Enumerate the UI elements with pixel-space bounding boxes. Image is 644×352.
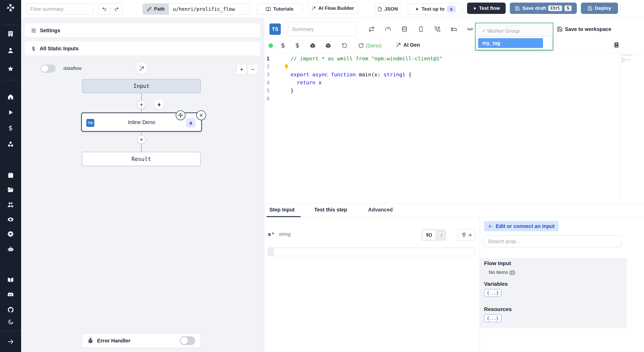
tab-test-this-step[interactable]: Test this step	[314, 207, 347, 213]
cache-icon[interactable]	[401, 26, 408, 33]
test-flow-label: Test flow	[479, 5, 500, 11]
sleep-icon[interactable]	[451, 26, 457, 33]
reload-icon[interactable]	[358, 43, 364, 50]
sidebar-item-docs[interactable]	[5, 275, 16, 285]
undo-button[interactable]	[98, 4, 110, 14]
code-editor[interactable]: 1 2 3 4 5 6 // import * as wmill from "n…	[264, 53, 644, 203]
all-static-inputs-row[interactable]: All Static Inputs	[25, 42, 260, 56]
worker-group-select[interactable]: ✓ Worker Group	[478, 25, 551, 37]
save-draft-button[interactable]: Save draft Ctrl S	[510, 3, 577, 14]
template-mode-button[interactable]: ${}	[422, 230, 436, 240]
package-icon[interactable]	[325, 43, 331, 50]
resources-chip[interactable]: {...}	[484, 314, 501, 322]
ai-flow-builder-button[interactable]: AI Flow Builder	[307, 3, 358, 14]
edit-or-connect-button[interactable]: Edit or connect an input	[484, 221, 559, 231]
toggle-knob	[41, 65, 48, 72]
minimap-mark	[621, 55, 633, 55]
save-draft-label: Save draft	[522, 5, 546, 11]
path-button[interactable]: Path u/henri/prolific_flow	[142, 3, 250, 15]
kbd-ctrl: Ctrl	[548, 5, 562, 11]
windmill-logo-icon[interactable]	[6, 3, 15, 12]
sidebar-item-groups[interactable]	[5, 200, 16, 210]
arrow-left-icon	[488, 224, 493, 229]
zoom-out-button[interactable]: −	[248, 64, 258, 75]
field-name: x	[268, 231, 271, 237]
sidebar-item-github[interactable]	[5, 305, 16, 315]
error-handler-row[interactable]: Error Handler	[82, 333, 201, 348]
sidebar-item-discord[interactable]	[5, 290, 16, 300]
sidebar-item-workspace[interactable]	[5, 29, 16, 39]
sidebar-item-home[interactable]	[5, 92, 16, 102]
redo-button[interactable]	[111, 4, 123, 14]
toggle-knob	[181, 337, 188, 344]
variables-chip[interactable]: {...}	[484, 289, 501, 297]
add-trigger-button[interactable]	[154, 100, 164, 110]
test-up-to-button[interactable]: Test up to a	[408, 3, 463, 15]
editor-header: TS ✓ Worker Group my_tag	[264, 18, 644, 53]
required-mark: *	[272, 231, 274, 237]
redo-icon	[114, 6, 119, 12]
early-stop-icon[interactable]	[385, 26, 391, 33]
lightbulb-icon[interactable]	[283, 64, 290, 71]
flow-settings-row[interactable]: Settings	[25, 23, 260, 37]
error-handler-toggle[interactable]	[180, 336, 195, 345]
resource-picker-icon[interactable]	[294, 43, 300, 50]
tab-advanced[interactable]: Advanced	[368, 207, 393, 213]
minimap[interactable]	[619, 53, 644, 203]
flow-summary-input[interactable]	[26, 3, 94, 15]
ai-flow-builder-label: AI Flow Builder	[318, 5, 354, 11]
worker-group-option-my-tag[interactable]: my_tag	[478, 38, 543, 48]
move-step-handle[interactable]	[176, 110, 185, 120]
retries-icon[interactable]	[368, 26, 375, 33]
tab-step-input[interactable]: Step Input	[269, 207, 295, 213]
plus-icon	[139, 137, 144, 142]
function-mode-button[interactable]: ƒ	[438, 231, 445, 239]
save-to-workspace-button[interactable]: Save to workspace	[557, 25, 611, 34]
dataflow-toggle[interactable]	[41, 64, 56, 73]
sidebar-item-variables[interactable]	[5, 123, 16, 133]
sidebar-item-audit-logs[interactable]	[5, 214, 16, 225]
variables-title: Variables	[484, 281, 508, 287]
variable-picker-icon[interactable]	[280, 43, 286, 50]
field-value-input[interactable]	[268, 248, 475, 256]
add-step-button-bottom[interactable]	[137, 135, 146, 144]
sidebar-item-workers[interactable]	[5, 244, 16, 254]
flow-input-node[interactable]: Input	[82, 79, 201, 93]
connect-input-button[interactable]	[458, 229, 475, 241]
sidebar-item-dark-mode[interactable]	[5, 317, 16, 327]
test-flow-button[interactable]: Test flow	[467, 3, 506, 14]
mock-icon[interactable]	[467, 26, 473, 33]
concurrency-icon[interactable]	[418, 26, 424, 33]
sidebar-item-folders[interactable]	[5, 185, 16, 195]
sidebar-divider	[2, 80, 19, 80]
package-icon[interactable]	[310, 43, 316, 50]
suspend-icon[interactable]	[434, 26, 440, 33]
add-step-button-top[interactable]	[137, 100, 146, 109]
step-input-form: x * string ${} ƒ	[264, 217, 480, 352]
code-line-5: }	[291, 87, 294, 95]
sidebar-item-runs[interactable]	[5, 107, 16, 118]
tutorials-button[interactable]: Tutorials	[256, 3, 303, 15]
summary-input[interactable]	[288, 22, 357, 36]
reset-icon[interactable]	[342, 43, 348, 50]
sidebar-item-user[interactable]	[5, 45, 16, 56]
path-label: Path	[154, 6, 165, 12]
zoom-out-glyph: −	[251, 66, 255, 73]
flow-result-node[interactable]: Result	[82, 152, 201, 166]
sidebar-item-favorites[interactable]	[5, 64, 16, 74]
error-handler-label: Error Handler	[97, 338, 130, 344]
sidebar-item-schedules[interactable]	[5, 170, 16, 180]
lang-hint: (Deno)	[366, 43, 382, 49]
sidebar-item-resources[interactable]	[5, 139, 16, 149]
sidebar-item-settings[interactable]	[5, 229, 16, 239]
delete-step-button[interactable]	[196, 110, 206, 120]
json-button[interactable]: JSON	[375, 3, 400, 15]
ai-wand-button[interactable]	[136, 63, 148, 75]
search-prop-input[interactable]	[484, 235, 622, 247]
deploy-button[interactable]: Deploy	[581, 3, 618, 14]
kbd-s: S	[564, 5, 571, 11]
diff-viewer-icon[interactable]	[613, 42, 620, 50]
sidebar-expand-icon[interactable]	[5, 337, 16, 347]
ai-gen-button[interactable]: AI Gen	[396, 42, 420, 48]
zoom-in-button[interactable]: +	[236, 64, 247, 75]
